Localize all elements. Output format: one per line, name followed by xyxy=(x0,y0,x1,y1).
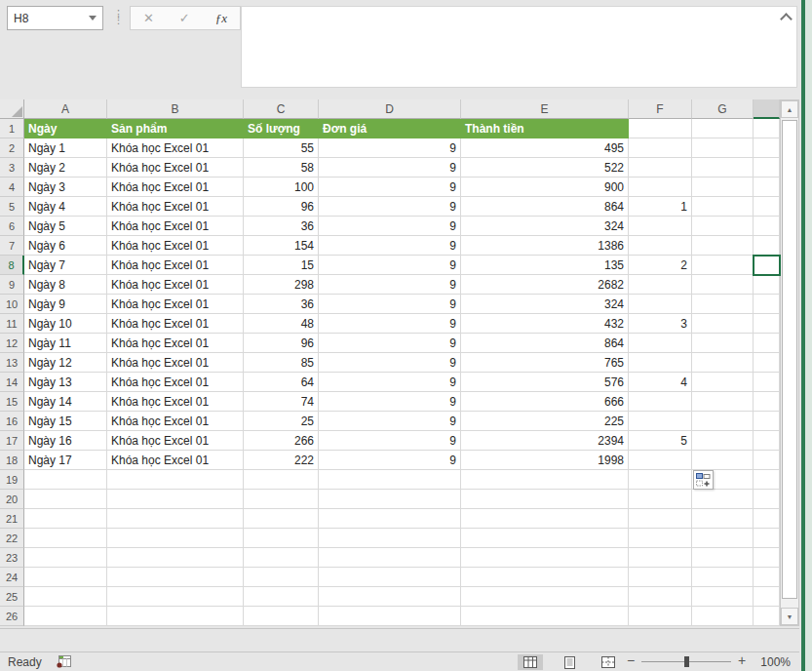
cell-G8[interactable] xyxy=(692,256,754,275)
cell-G26[interactable] xyxy=(692,607,754,626)
cell-A22[interactable] xyxy=(24,529,107,548)
cell-F6[interactable] xyxy=(629,217,692,236)
cell-F18[interactable] xyxy=(629,451,692,470)
cell-A10[interactable]: Ngày 9 xyxy=(24,295,107,314)
cell-A13[interactable]: Ngày 12 xyxy=(24,353,107,373)
zoom-level-label[interactable]: 100% xyxy=(755,655,791,669)
cell-D18[interactable]: 9 xyxy=(319,451,461,470)
cell-B20[interactable] xyxy=(107,490,244,509)
row-header-14[interactable]: 14 xyxy=(0,373,24,392)
cell-A7[interactable]: Ngày 6 xyxy=(24,236,107,256)
cell-G21[interactable] xyxy=(692,509,754,529)
column-header-G[interactable]: G xyxy=(692,99,754,119)
cell-B2[interactable]: Khóa học Excel 01 xyxy=(107,138,244,158)
cell-D17[interactable]: 9 xyxy=(319,431,461,451)
cell-D10[interactable]: 9 xyxy=(319,295,461,314)
cell-G15[interactable] xyxy=(692,392,754,412)
cell-F5[interactable]: 1 xyxy=(629,197,692,217)
cell-A5[interactable]: Ngày 4 xyxy=(24,197,107,217)
row-header-4[interactable]: 4 xyxy=(0,178,24,197)
cell-G11[interactable] xyxy=(692,314,754,334)
cell-E25[interactable] xyxy=(461,587,629,607)
cell-E21[interactable] xyxy=(461,509,629,529)
column-header-H[interactable] xyxy=(754,99,780,119)
cell-B18[interactable]: Khóa học Excel 01 xyxy=(107,451,244,470)
cell-H11[interactable] xyxy=(754,314,780,334)
cell-B11[interactable]: Khóa học Excel 01 xyxy=(107,314,244,334)
cell-B16[interactable]: Khóa học Excel 01 xyxy=(107,412,244,431)
cell-B3[interactable]: Khóa học Excel 01 xyxy=(107,158,244,178)
cell-H16[interactable] xyxy=(754,412,780,431)
zoom-slider[interactable] xyxy=(641,661,731,662)
cell-G16[interactable] xyxy=(692,412,754,431)
cell-H5[interactable] xyxy=(754,197,780,217)
row-header-3[interactable]: 3 xyxy=(0,158,24,178)
cell-F19[interactable] xyxy=(629,470,692,490)
cell-D26[interactable] xyxy=(319,607,461,626)
cell-E14[interactable]: 576 xyxy=(461,373,629,392)
view-page-break-button[interactable] xyxy=(596,654,621,670)
cell-A19[interactable] xyxy=(24,470,107,490)
cell-C5[interactable]: 96 xyxy=(244,197,319,217)
cell-A18[interactable]: Ngày 17 xyxy=(24,451,107,470)
cell-D22[interactable] xyxy=(319,529,461,548)
cell-A23[interactable] xyxy=(24,548,107,568)
cell-D24[interactable] xyxy=(319,568,461,587)
cell-H15[interactable] xyxy=(754,392,780,412)
cell-C20[interactable] xyxy=(244,490,319,509)
cell-B26[interactable] xyxy=(107,607,244,626)
cell-E6[interactable]: 324 xyxy=(461,217,629,236)
cell-H17[interactable] xyxy=(754,431,780,451)
cell-B4[interactable]: Khóa học Excel 01 xyxy=(107,178,244,197)
cell-A8[interactable]: Ngày 7 xyxy=(24,256,107,275)
cell-F8[interactable]: 2 xyxy=(629,256,692,275)
cell-G12[interactable] xyxy=(692,334,754,353)
cell-F14[interactable]: 4 xyxy=(629,373,692,392)
cell-C26[interactable] xyxy=(244,607,319,626)
cell-H24[interactable] xyxy=(754,568,780,587)
cell-B14[interactable]: Khóa học Excel 01 xyxy=(107,373,244,392)
cell-C23[interactable] xyxy=(244,548,319,568)
cell-B8[interactable]: Khóa học Excel 01 xyxy=(107,256,244,275)
cell-C18[interactable]: 222 xyxy=(244,451,319,470)
cell-G10[interactable] xyxy=(692,295,754,314)
cell-D16[interactable]: 9 xyxy=(319,412,461,431)
cell-C7[interactable]: 154 xyxy=(244,236,319,256)
cell-H20[interactable] xyxy=(754,490,780,509)
cell-E9[interactable]: 2682 xyxy=(461,275,629,295)
cell-B17[interactable]: Khóa học Excel 01 xyxy=(107,431,244,451)
cell-E1[interactable]: Thành tiền xyxy=(461,119,629,138)
cell-D21[interactable] xyxy=(319,509,461,529)
select-all-button[interactable] xyxy=(0,99,24,119)
view-page-layout-button[interactable] xyxy=(557,654,582,670)
cell-F15[interactable] xyxy=(629,392,692,412)
cell-A15[interactable]: Ngày 14 xyxy=(24,392,107,412)
cell-G25[interactable] xyxy=(692,587,754,607)
cell-G22[interactable] xyxy=(692,529,754,548)
cell-C9[interactable]: 298 xyxy=(244,275,319,295)
cell-C6[interactable]: 36 xyxy=(244,217,319,236)
cell-E11[interactable]: 432 xyxy=(461,314,629,334)
cell-D2[interactable]: 9 xyxy=(319,138,461,158)
cell-H4[interactable] xyxy=(754,178,780,197)
cell-D6[interactable]: 9 xyxy=(319,217,461,236)
cell-F10[interactable] xyxy=(629,295,692,314)
cell-A16[interactable]: Ngày 15 xyxy=(24,412,107,431)
row-header-15[interactable]: 15 xyxy=(0,392,24,412)
cell-H22[interactable] xyxy=(754,529,780,548)
cell-B7[interactable]: Khóa học Excel 01 xyxy=(107,236,244,256)
cell-A26[interactable] xyxy=(24,607,107,626)
cell-G13[interactable] xyxy=(692,353,754,373)
cell-H9[interactable] xyxy=(754,275,780,295)
record-macro-icon[interactable] xyxy=(57,655,71,671)
cell-E22[interactable] xyxy=(461,529,629,548)
cell-D23[interactable] xyxy=(319,548,461,568)
cell-C17[interactable]: 266 xyxy=(244,431,319,451)
cell-D9[interactable]: 9 xyxy=(319,275,461,295)
cell-A17[interactable]: Ngày 16 xyxy=(24,431,107,451)
cell-F22[interactable] xyxy=(629,529,692,548)
cell-F23[interactable] xyxy=(629,548,692,568)
cell-D3[interactable]: 9 xyxy=(319,158,461,178)
cell-A12[interactable]: Ngày 11 xyxy=(24,334,107,353)
cell-G1[interactable] xyxy=(692,119,754,138)
